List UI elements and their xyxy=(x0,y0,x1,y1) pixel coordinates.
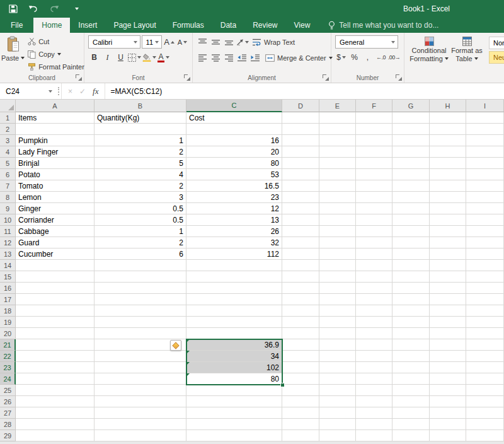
cell-I9[interactable] xyxy=(466,203,504,214)
cell-H23[interactable] xyxy=(430,362,466,373)
cell-C18[interactable] xyxy=(186,305,282,317)
cell-H29[interactable] xyxy=(430,430,466,441)
column-header-C[interactable]: C xyxy=(186,100,282,112)
cell-G22[interactable] xyxy=(392,351,430,362)
cell-B15[interactable] xyxy=(94,271,186,283)
cell-I16[interactable] xyxy=(466,283,504,294)
cell-C25[interactable] xyxy=(186,385,282,396)
cell-H16[interactable] xyxy=(430,283,466,294)
cell-B12[interactable]: 2 xyxy=(94,237,186,248)
cell-C19[interactable] xyxy=(186,317,282,328)
cell-A3[interactable]: Pumpkin xyxy=(16,135,94,146)
conditional-formatting-button[interactable]: Conditional Formatting xyxy=(410,35,449,64)
cell-A14[interactable] xyxy=(16,260,94,271)
formula-input[interactable]: =MAX(C5:C12) xyxy=(105,83,162,99)
cell-H25[interactable] xyxy=(430,385,466,396)
cell-D8[interactable] xyxy=(282,192,319,203)
cell-A8[interactable]: Lemon xyxy=(16,192,94,203)
cell-A16[interactable] xyxy=(16,283,94,294)
cell-A20[interactable] xyxy=(16,328,94,339)
cell-I3[interactable] xyxy=(466,135,504,146)
cell-F28[interactable] xyxy=(356,419,392,430)
merge-center-button[interactable]: Merge & Center xyxy=(263,51,335,64)
row-header-6[interactable]: 6 xyxy=(0,169,16,180)
cell-B24[interactable] xyxy=(94,373,186,385)
row-header-9[interactable]: 9 xyxy=(0,203,16,214)
cell-G24[interactable] xyxy=(392,373,430,385)
cell-I26[interactable] xyxy=(466,396,504,407)
cell-B4[interactable]: 2 xyxy=(94,146,186,158)
clipboard-dialog-launcher[interactable] xyxy=(76,74,82,81)
column-header-A[interactable]: A xyxy=(16,100,94,112)
cell-I24[interactable] xyxy=(466,373,504,385)
cell-I14[interactable] xyxy=(466,260,504,271)
cell-I21[interactable] xyxy=(466,339,504,351)
cell-D16[interactable] xyxy=(282,283,319,294)
cell-D11[interactable] xyxy=(282,226,319,237)
cell-F19[interactable] xyxy=(356,317,392,328)
cell-E14[interactable] xyxy=(319,260,356,271)
number-dialog-launcher[interactable] xyxy=(396,74,402,81)
cell-I8[interactable] xyxy=(466,192,504,203)
cell-G26[interactable] xyxy=(392,396,430,407)
cell-F2[interactable] xyxy=(356,124,392,135)
cell-E15[interactable] xyxy=(319,271,356,283)
align-middle-button[interactable] xyxy=(210,36,222,49)
cell-E24[interactable] xyxy=(319,373,356,385)
cell-F24[interactable] xyxy=(356,373,392,385)
error-options-button[interactable] xyxy=(170,340,181,351)
cell-C13[interactable]: 112 xyxy=(186,248,282,260)
cell-G16[interactable] xyxy=(392,283,430,294)
tab-insert[interactable]: Insert xyxy=(70,18,105,33)
cell-A6[interactable]: Potato xyxy=(16,169,94,180)
cell-I10[interactable] xyxy=(466,214,504,226)
cell-E9[interactable] xyxy=(319,203,356,214)
align-right-button[interactable] xyxy=(223,52,235,64)
cell-H5[interactable] xyxy=(430,158,466,169)
cell-G5[interactable] xyxy=(392,158,430,169)
cell-D25[interactable] xyxy=(282,385,319,396)
cell-A22[interactable] xyxy=(16,351,94,362)
cut-button[interactable]: Cut xyxy=(25,35,88,48)
orientation-button[interactable] xyxy=(236,36,249,49)
row-header-18[interactable]: 18 xyxy=(0,305,16,317)
cell-G28[interactable] xyxy=(392,419,430,430)
cell-C15[interactable] xyxy=(186,271,282,283)
borders-button[interactable] xyxy=(128,51,141,64)
cell-A11[interactable]: Cabbage xyxy=(16,226,94,237)
format-as-table-button[interactable]: Format as Table xyxy=(449,35,485,64)
cell-D23[interactable] xyxy=(282,362,319,373)
cell-E2[interactable] xyxy=(319,124,356,135)
cell-F7[interactable] xyxy=(356,180,392,192)
cell-D1[interactable] xyxy=(282,112,319,124)
cell-F14[interactable] xyxy=(356,260,392,271)
cell-C8[interactable]: 23 xyxy=(186,192,282,203)
font-dialog-launcher[interactable] xyxy=(184,74,190,81)
row-header-1[interactable]: 1 xyxy=(0,112,16,124)
cell-E4[interactable] xyxy=(319,146,356,158)
row-header-17[interactable]: 17 xyxy=(0,294,16,305)
cell-A21[interactable] xyxy=(16,339,94,351)
cell-A12[interactable]: Guard xyxy=(16,237,94,248)
cell-G18[interactable] xyxy=(392,305,430,317)
cell-I6[interactable] xyxy=(466,169,504,180)
cell-E29[interactable] xyxy=(319,430,356,441)
cell-E28[interactable] xyxy=(319,419,356,430)
tab-data[interactable]: Data xyxy=(212,18,244,33)
cell-I18[interactable] xyxy=(466,305,504,317)
cell-E12[interactable] xyxy=(319,237,356,248)
cell-I2[interactable] xyxy=(466,124,504,135)
cell-B3[interactable]: 1 xyxy=(94,135,186,146)
cell-D28[interactable] xyxy=(282,419,319,430)
cell-C29[interactable] xyxy=(186,430,282,441)
tell-me-box[interactable]: Tell me what you want to do... xyxy=(322,18,445,33)
cell-I17[interactable] xyxy=(466,294,504,305)
cell-G27[interactable] xyxy=(392,407,430,419)
cell-H13[interactable] xyxy=(430,248,466,260)
cell-C12[interactable]: 32 xyxy=(186,237,282,248)
cell-F17[interactable] xyxy=(356,294,392,305)
tab-home[interactable]: Home xyxy=(33,18,70,33)
cell-E21[interactable] xyxy=(319,339,356,351)
cell-F6[interactable] xyxy=(356,169,392,180)
align-bottom-button[interactable] xyxy=(223,36,235,49)
